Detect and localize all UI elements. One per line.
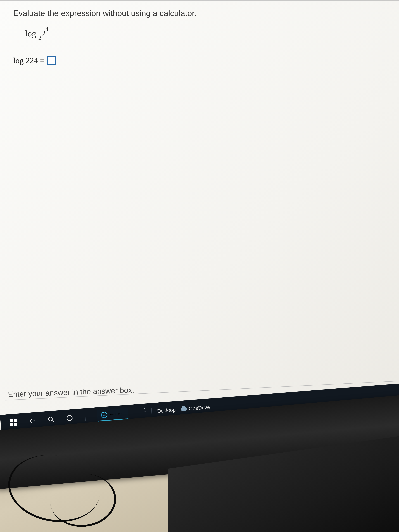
chevron-down-icon: ˅ xyxy=(144,412,146,416)
equals-sign: = xyxy=(40,56,44,65)
tray-separator xyxy=(151,408,152,416)
cortana-button[interactable] xyxy=(66,414,73,422)
section-divider xyxy=(13,49,399,49)
taskbar-separator xyxy=(85,413,86,421)
svg-line-1 xyxy=(52,420,54,422)
cloud-icon xyxy=(181,407,187,411)
answer-input[interactable] xyxy=(47,56,56,65)
answer-row: log 224 = xyxy=(13,56,399,65)
onedrive-tray[interactable]: OneDrive xyxy=(181,404,210,412)
log-argument-base: 2 xyxy=(41,29,45,38)
log-subscript: 2 xyxy=(38,35,41,41)
windows-icon xyxy=(10,419,17,426)
start-button[interactable] xyxy=(10,419,17,426)
question-panel: Evaluate the expression without using a … xyxy=(0,0,399,415)
answer-expression: log 224 = xyxy=(13,56,44,65)
onedrive-label: OneDrive xyxy=(189,404,210,412)
svg-point-2 xyxy=(67,415,72,421)
edge-icon xyxy=(101,412,108,418)
desktop-toolbar[interactable]: Desktop xyxy=(157,407,176,414)
ans-base: 2 xyxy=(30,56,34,65)
cortana-icon xyxy=(66,414,73,422)
tray-expand[interactable]: ˄ ˅ xyxy=(144,409,146,416)
arrow-left-icon xyxy=(29,417,36,425)
question-prompt: Evaluate the expression without using a … xyxy=(13,8,399,18)
ans-exp: 4 xyxy=(34,56,38,65)
log-function: log xyxy=(25,29,36,38)
edge-task-label: Take a Test - ... xyxy=(110,412,124,416)
back-button[interactable] xyxy=(29,417,36,425)
search-button[interactable] xyxy=(48,416,55,423)
expression-display: log 224 xyxy=(25,28,399,40)
ans-sub: 2 xyxy=(26,56,30,65)
log-argument-exponent: 4 xyxy=(45,26,48,32)
search-icon xyxy=(48,416,55,423)
ans-log: log xyxy=(13,56,24,65)
